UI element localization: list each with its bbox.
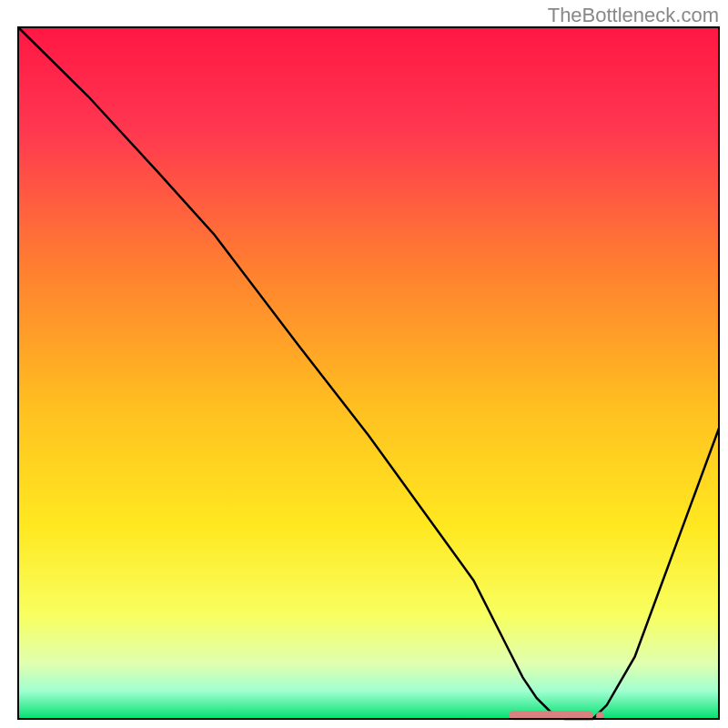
chart-svg [0, 0, 728, 728]
chart-container: TheBottleneck.com [0, 0, 728, 728]
plot-area [18, 27, 719, 719]
watermark-text: TheBottleneck.com [548, 4, 719, 27]
